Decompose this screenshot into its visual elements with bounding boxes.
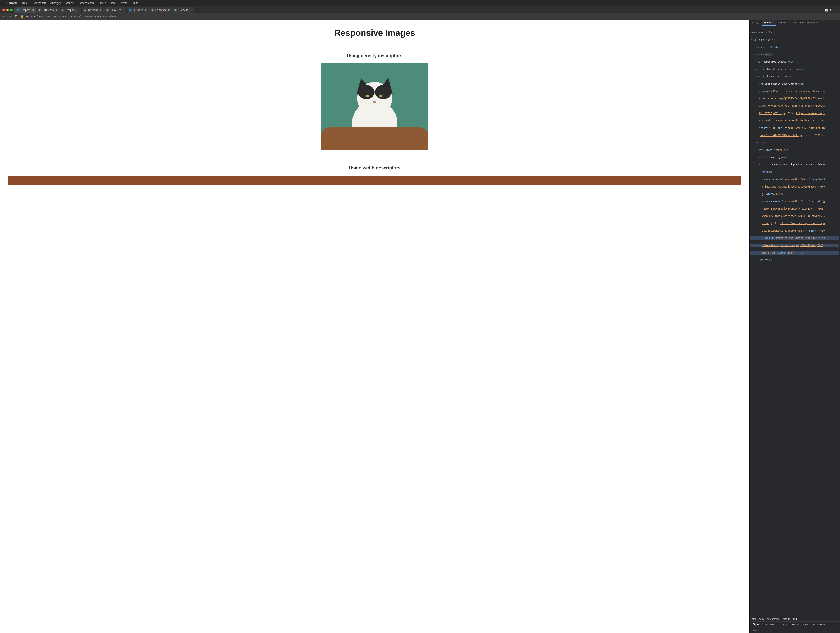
menu-anzeigen[interactable]: Anzeigen bbox=[50, 2, 62, 5]
close-icon[interactable]: × bbox=[145, 8, 147, 11]
tab-elements[interactable]: Elements bbox=[761, 20, 776, 26]
tab-6[interactable]: 💧 Edit respo × bbox=[149, 7, 172, 13]
window-controls bbox=[2, 9, 14, 13]
menu-bearbeiten[interactable]: Bearbeiten bbox=[33, 2, 46, 5]
menu-verlauf[interactable]: Verlauf bbox=[66, 2, 74, 5]
crumb-html[interactable]: html bbox=[752, 617, 756, 620]
section-width: Using width descriptors bbox=[349, 165, 401, 171]
device-icon[interactable]: ⧉ bbox=[756, 21, 759, 25]
reload-button[interactable]: ⟳ bbox=[14, 14, 18, 18]
tab-5[interactable]: 📘 ' | Should × bbox=[126, 7, 149, 13]
tab-console[interactable]: Console bbox=[776, 20, 789, 26]
content-area: Responsive Images Using density descript… bbox=[0, 20, 840, 633]
close-icon[interactable]: × bbox=[55, 8, 57, 11]
address-bar: ← → ⟳ 🔒 web.dev/patterns/web-vitals-patt… bbox=[0, 13, 840, 20]
drupal-icon: 💧 bbox=[106, 9, 109, 11]
subtab-eventlisteners[interactable]: Event Listeners bbox=[789, 622, 811, 627]
doctype: <!DOCTYPE html> bbox=[750, 31, 772, 34]
tab-perf-insights[interactable]: Performance insights ⚠ bbox=[790, 20, 820, 26]
devtools-subtabs: Styles Computed Layout Event Listeners D… bbox=[750, 622, 840, 627]
devtools-toolbar: ⌖ ⧉ Elements Console Performance insight… bbox=[750, 20, 840, 26]
demo-image-peek bbox=[8, 176, 741, 185]
tab-3[interactable]: ⊜ Responsi × bbox=[82, 7, 104, 13]
tab-title: Crazy Te bbox=[178, 9, 188, 11]
selected-element-row[interactable]: <img alt="Photo of the Empire State Buil… bbox=[750, 236, 839, 240]
tab-title: Edit respo bbox=[155, 9, 167, 11]
menu-tab[interactable]: Tab bbox=[111, 2, 115, 5]
window-maximize-icon[interactable] bbox=[10, 9, 13, 11]
tab-7[interactable]: 💧 Crazy Te × bbox=[172, 7, 194, 13]
url-path: /patterns/web-vitals-patterns/images/res… bbox=[37, 15, 116, 18]
tab-1[interactable]: 💧 Edit respo × bbox=[36, 7, 59, 13]
tab-title: Easy Res bbox=[111, 9, 121, 11]
menu-profile[interactable]: Profile bbox=[98, 2, 106, 5]
subtab-styles[interactable]: Styles bbox=[750, 622, 761, 627]
crumb-container[interactable]: div.container bbox=[767, 617, 780, 620]
url-field[interactable]: 🔒 web.dev/patterns/web-vitals-patterns/i… bbox=[21, 15, 838, 18]
crumb-body[interactable]: body bbox=[759, 617, 764, 620]
app-name[interactable]: Chrome bbox=[8, 2, 17, 5]
tab-4[interactable]: 💧 Easy Res × bbox=[104, 7, 126, 13]
tab-title: Responsi bbox=[66, 9, 76, 11]
close-icon[interactable]: × bbox=[168, 8, 170, 11]
menu-hilfe[interactable]: Hilfe bbox=[133, 2, 138, 5]
close-icon[interactable]: × bbox=[123, 8, 124, 11]
window-minimize-icon[interactable] bbox=[6, 9, 9, 11]
favicon-icon: ● bbox=[62, 9, 64, 11]
tab-title: Edit respo bbox=[43, 9, 54, 11]
subtab-computed[interactable]: Computed bbox=[762, 622, 777, 627]
crumb-picture[interactable]: picture bbox=[783, 617, 790, 620]
globe-icon: 🌐 bbox=[16, 9, 19, 11]
styles-filter bbox=[750, 627, 840, 633]
back-button[interactable]: ← bbox=[2, 14, 6, 18]
inspect-icon[interactable]: ⌖ bbox=[751, 21, 754, 25]
close-icon[interactable]: × bbox=[190, 8, 192, 11]
css-overview-icon[interactable]: 📊 bbox=[825, 9, 828, 11]
drupal-icon: 💧 bbox=[174, 9, 177, 11]
menu-fenster[interactable]: Fenster bbox=[119, 2, 128, 5]
browser-tabstrip: 🌐 Respons × 💧 Edit respo × ● Responsi × … bbox=[0, 6, 840, 13]
tab-title: Respons bbox=[21, 9, 30, 11]
tabstrip-extra: 📊 CSS ⋯ bbox=[825, 9, 838, 13]
tab-title: Responsi bbox=[88, 9, 98, 11]
drupal-icon: 💧 bbox=[38, 9, 41, 11]
menu-datei[interactable]: Datei bbox=[22, 2, 28, 5]
close-icon[interactable]: × bbox=[100, 8, 102, 11]
drupal-icon: 💧 bbox=[151, 9, 154, 11]
section-density: Using density descriptors bbox=[347, 53, 403, 59]
url-host: web.dev bbox=[25, 15, 35, 18]
rendered-page[interactable]: Responsive Images Using density descript… bbox=[0, 20, 749, 633]
crumb-img[interactable]: img bbox=[793, 617, 797, 620]
favicon-icon: 📘 bbox=[129, 9, 131, 11]
subtab-dombreak[interactable]: DOM Brea bbox=[811, 622, 827, 627]
css-label: CSS ⋯ bbox=[830, 9, 838, 11]
page-title: Responsive Images bbox=[334, 28, 415, 38]
tab-title: ' | Should bbox=[133, 9, 143, 11]
lock-icon: 🔒 bbox=[21, 15, 24, 18]
elements-tree[interactable]: <!DOCTYPE html> <html lang="en"> ▸<head>… bbox=[750, 26, 840, 616]
favicon-icon: ⊜ bbox=[84, 9, 87, 11]
forward-button[interactable]: → bbox=[8, 14, 12, 18]
demo-image-cat bbox=[321, 63, 428, 150]
macos-menubar: Chrome Datei Bearbeiten Anzeigen Verlauf… bbox=[0, 0, 840, 6]
tab-2[interactable]: ● Responsi × bbox=[59, 7, 82, 13]
tab-0[interactable]: 🌐 Respons × bbox=[14, 7, 36, 13]
close-icon[interactable]: × bbox=[78, 8, 79, 11]
filter-input[interactable] bbox=[752, 629, 838, 632]
subtab-layout[interactable]: Layout bbox=[778, 622, 789, 627]
close-icon[interactable]: × bbox=[32, 8, 34, 11]
devtools-panel: ⌖ ⧉ Elements Console Performance insight… bbox=[749, 20, 840, 633]
breadcrumb: html body div.container picture img bbox=[750, 616, 840, 622]
menu-lesezeichen[interactable]: Lesezeichen bbox=[79, 2, 94, 5]
window-close-icon[interactable] bbox=[3, 9, 5, 11]
